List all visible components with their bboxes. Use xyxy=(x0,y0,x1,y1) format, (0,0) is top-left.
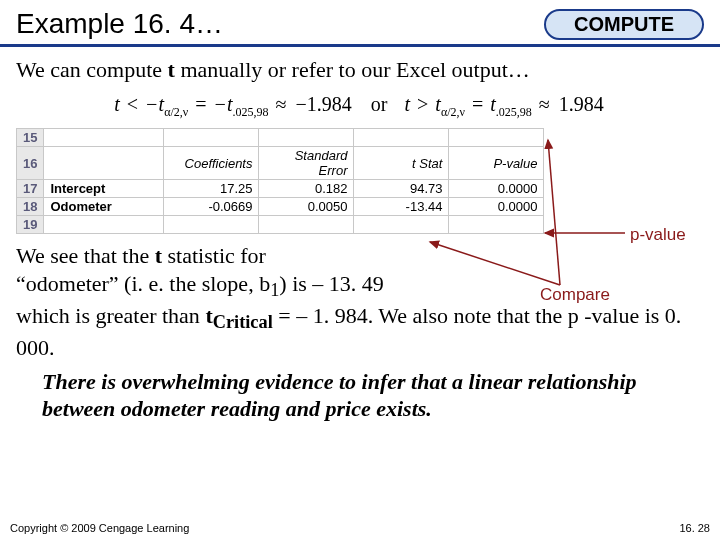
c-l2a: “odometer” (i. e. the slope, b xyxy=(16,271,270,296)
empty-cell xyxy=(44,129,164,147)
f-eq2: = xyxy=(470,93,485,115)
intro-bold: t xyxy=(168,57,175,82)
empty-cell xyxy=(449,129,544,147)
f-t2: t xyxy=(404,93,410,115)
hdr-se: Standard Error xyxy=(259,147,354,180)
f-sub4: .025,98 xyxy=(496,105,532,119)
empty-cell xyxy=(164,129,259,147)
footer: Copyright © 2009 Cengage Learning 16. 28 xyxy=(10,522,710,534)
excel-table: 15 16 Coefficients Standard Error t Stat… xyxy=(16,128,544,234)
hdr-coef: Coefficients xyxy=(164,147,259,180)
c-l3b: t xyxy=(205,303,212,328)
c-l3a: which is greater than xyxy=(16,303,205,328)
odometer-label: Odometer xyxy=(44,198,164,216)
compare-annotation: Compare xyxy=(540,285,610,305)
odometer-coef: -0.0669 xyxy=(164,198,259,216)
f-negt2: −t xyxy=(213,93,232,115)
empty-cell xyxy=(164,216,259,234)
page-number: 16. 28 xyxy=(679,522,710,534)
intro-pre: We can compute xyxy=(16,57,168,82)
intercept-se: 0.182 xyxy=(259,180,354,198)
intercept-t: 94.73 xyxy=(354,180,449,198)
f-sub2: .025,98 xyxy=(233,105,269,119)
c-l2b: ) is – 13. 49 xyxy=(279,271,384,296)
rownum-16: 16 xyxy=(17,147,44,180)
conclusion-block: We see that the t statistic for “odomete… xyxy=(0,234,720,423)
f-eq1: = xyxy=(193,93,208,115)
table-row: 16 Coefficients Standard Error t Stat P-… xyxy=(17,147,544,180)
f-negt: −t xyxy=(145,93,164,115)
table-row: 17 Intercept 17.25 0.182 94.73 0.0000 xyxy=(17,180,544,198)
c-italic: There is overwhelming evidence to infer … xyxy=(16,362,704,423)
f-or: or xyxy=(369,93,390,115)
odometer-se: 0.0050 xyxy=(259,198,354,216)
slide-title: Example 16. 4… xyxy=(16,8,223,40)
intercept-coef: 17.25 xyxy=(164,180,259,198)
intro-text: We can compute t manually or refer to ou… xyxy=(0,47,720,89)
c-l1b: t xyxy=(155,243,162,268)
c-l2sub: 1 xyxy=(270,280,279,300)
odometer-t: -13.44 xyxy=(354,198,449,216)
f-lt: < xyxy=(125,93,140,115)
rownum-17: 17 xyxy=(17,180,44,198)
hdr-tstat: t Stat xyxy=(354,147,449,180)
odometer-p: 0.0000 xyxy=(449,198,544,216)
copyright: Copyright © 2009 Cengage Learning xyxy=(10,522,189,534)
f-sub3: α/2,ν xyxy=(441,105,465,119)
empty-cell xyxy=(44,216,164,234)
f-val2: 1.984 xyxy=(557,93,606,115)
empty-cell xyxy=(259,216,354,234)
c-l1c: statistic for xyxy=(162,243,266,268)
f-val1: −1.984 xyxy=(294,93,354,115)
slide-header: Example 16. 4… COMPUTE xyxy=(0,0,720,47)
f-sub1: α/2,ν xyxy=(164,105,188,119)
table-row: 18 Odometer -0.0669 0.0050 -13.44 0.0000 xyxy=(17,198,544,216)
intercept-label: Intercept xyxy=(44,180,164,198)
rownum-18: 18 xyxy=(17,198,44,216)
f-approx1: ≈ xyxy=(274,93,289,115)
table-row: 19 xyxy=(17,216,544,234)
c-l1a: We see that the xyxy=(16,243,155,268)
f-t: t xyxy=(114,93,120,115)
rownum-15: 15 xyxy=(17,129,44,147)
empty-cell xyxy=(259,129,354,147)
formula: t < −tα/2,ν = −t.025,98 ≈ −1.984 or t > … xyxy=(0,89,720,128)
hdr-pval: P-value xyxy=(449,147,544,180)
empty-cell xyxy=(354,129,449,147)
pvalue-annotation: p-value xyxy=(630,225,686,245)
rownum-19: 19 xyxy=(17,216,44,234)
empty-cell xyxy=(449,216,544,234)
intercept-p: 0.0000 xyxy=(449,180,544,198)
table-row: 15 xyxy=(17,129,544,147)
hdr-blank xyxy=(44,147,164,180)
intro-post: manually or refer to our Excel output… xyxy=(175,57,530,82)
f-approx2: ≈ xyxy=(537,93,552,115)
f-gt: > xyxy=(415,93,430,115)
compute-badge: COMPUTE xyxy=(544,9,704,40)
c-l3sub: Critical xyxy=(213,312,273,332)
empty-cell xyxy=(354,216,449,234)
